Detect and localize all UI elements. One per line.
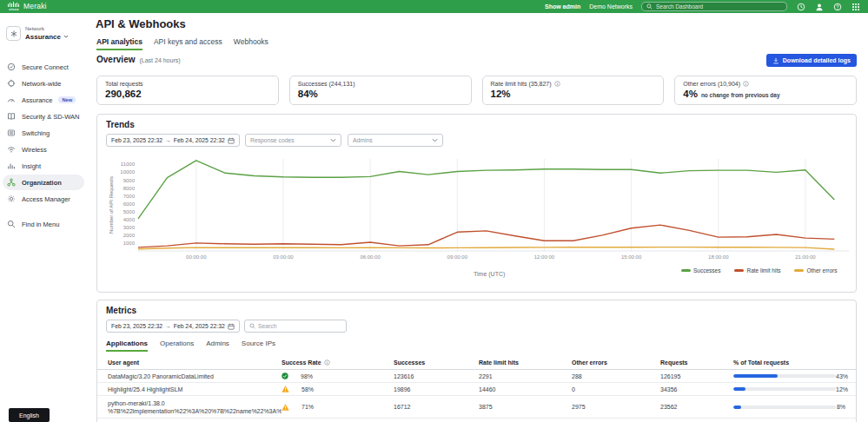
legend-successes[interactable]: Successes xyxy=(681,267,720,274)
tab-api-keys-and-access[interactable]: API keys and access xyxy=(154,37,222,50)
demo-networks-link[interactable]: Demo Networks xyxy=(589,3,633,10)
card-value: 4% xyxy=(683,89,698,99)
table-row: DataMagic/3.20 PanoramicDataLimited98%12… xyxy=(97,370,856,383)
legend-swatch xyxy=(681,269,691,272)
svg-text:12:00:00: 12:00:00 xyxy=(534,254,555,260)
sidebar-item-assurance[interactable]: AssuranceNew xyxy=(3,92,84,108)
network-selector-kicker: Network xyxy=(25,26,69,33)
table-row: Highlight/25.4 HighlightSLM58%1989614460… xyxy=(97,383,856,396)
svg-text:11000: 11000 xyxy=(121,162,136,167)
metrics-title: Metrics xyxy=(106,306,136,315)
sidebar-item-label: Switching xyxy=(22,129,50,137)
svg-text:10000: 10000 xyxy=(120,169,135,175)
chart-x-axis-title: Time (UTC) xyxy=(474,271,505,277)
sidebar: Network Assurance Secure ConnectNetwork-… xyxy=(0,13,87,422)
apps-grid-icon[interactable] xyxy=(851,2,860,11)
pct-bar-fill xyxy=(733,406,741,409)
legend-label: Other errors xyxy=(806,267,837,274)
column-header-user-agent: User agent xyxy=(108,359,282,366)
column-header-requests: Requests xyxy=(660,359,733,366)
pct-bar-track xyxy=(733,374,836,378)
pct-bar-track xyxy=(733,387,836,391)
metrics-search[interactable] xyxy=(244,320,347,333)
cell-pct-of-total: 8% xyxy=(733,404,845,410)
chevron-down-icon xyxy=(330,138,336,142)
tab-webhooks[interactable]: Webhooks xyxy=(234,37,268,50)
sidebar-item-security-sd-wan[interactable]: Security & SD-WAN xyxy=(3,109,84,124)
meraki-logo[interactable]: cisco Meraki xyxy=(8,2,47,11)
overview-title: Overview xyxy=(96,55,135,64)
whats-new-icon[interactable] xyxy=(796,2,805,11)
cell-rate-limit-hits: 14460 xyxy=(479,386,572,392)
column-header-other-errors: Other errors xyxy=(572,359,660,366)
sidebar-item-wireless[interactable]: Wireless xyxy=(3,142,84,157)
metrics-tab-operations[interactable]: Operations xyxy=(160,340,194,352)
metrics-tab-admins[interactable]: Admins xyxy=(206,340,229,352)
trends-date-range[interactable]: Feb 23, 2025 22:32 → Feb 24, 2025 22:32 xyxy=(106,134,240,147)
find-in-menu-icon xyxy=(7,220,16,228)
chevron-down-icon xyxy=(63,35,69,38)
legend-other-errors[interactable]: Other errors xyxy=(794,267,837,274)
metrics-search-input[interactable] xyxy=(258,323,341,329)
show-admin-link[interactable]: Show admin xyxy=(545,3,580,10)
table-header-row: User agentSuccess RateSuccessesRate limi… xyxy=(97,355,856,370)
column-header-successes: Successes xyxy=(394,359,479,366)
success-check-icon xyxy=(282,373,288,379)
meraki-wordmark: Meraki xyxy=(23,2,47,11)
find-in-menu[interactable]: Find in Menu xyxy=(3,216,84,232)
sidebar-item-secure-connect[interactable]: Secure Connect xyxy=(3,59,84,75)
svg-text:3000: 3000 xyxy=(123,225,136,230)
topbar-right: Show admin Demo Networks xyxy=(545,2,860,11)
sidebar-item-access-manager[interactable]: Access Manager xyxy=(3,191,84,207)
cell-requests: 34356 xyxy=(660,386,733,392)
date-from: Feb 23, 2025 22:32 xyxy=(111,323,162,329)
download-logs-button[interactable]: Download detailed logs xyxy=(766,54,857,67)
info-icon[interactable] xyxy=(554,81,560,87)
card-rate-limit-hits: Rate limit hits (35,827)12% xyxy=(482,76,665,105)
svg-text:9000: 9000 xyxy=(123,178,136,183)
metrics-date-range[interactable]: Feb 23, 2025 22:32 → Feb 24, 2025 22:32 xyxy=(106,320,240,333)
pct-bar-track xyxy=(733,406,836,409)
cell-successes: 16712 xyxy=(394,404,479,410)
svg-text:6000: 6000 xyxy=(123,201,136,207)
calendar-icon xyxy=(228,323,235,330)
cisco-wordmark: cisco xyxy=(9,8,19,11)
response-codes-select[interactable]: Response codes xyxy=(245,134,341,147)
svg-text:06:00:00: 06:00:00 xyxy=(360,254,381,260)
help-icon[interactable] xyxy=(832,2,842,11)
info-icon[interactable] xyxy=(324,359,330,366)
legend-rate-limit-hits[interactable]: Rate limit hits xyxy=(734,267,780,274)
dashboard-search-input[interactable] xyxy=(656,3,782,10)
date-from: Feb 23, 2025 22:32 xyxy=(111,137,162,143)
pct-label: 12% xyxy=(836,386,848,392)
trends-title: Trends xyxy=(106,120,135,129)
dashboard-search[interactable] xyxy=(641,2,787,11)
switching-icon xyxy=(7,129,16,137)
svg-text:18:00:00: 18:00:00 xyxy=(708,254,729,260)
sidebar-item-label: Assurance xyxy=(22,96,52,104)
network-selector[interactable]: Network Assurance xyxy=(6,26,69,41)
sidebar-item-network-wide[interactable]: Network-wide xyxy=(3,76,84,91)
language-button[interactable]: English xyxy=(9,408,50,422)
sidebar-item-organization[interactable]: Organization xyxy=(3,175,84,190)
account-icon[interactable] xyxy=(814,2,824,11)
metrics-tab-source-ips[interactable]: Source IPs xyxy=(242,340,275,352)
cell-other-errors: 0 xyxy=(572,386,660,392)
svg-text:09:00:00: 09:00:00 xyxy=(447,254,468,260)
sidebar-item-label: Wireless xyxy=(22,146,47,154)
network-wide-icon xyxy=(7,79,16,88)
cell-pct-of-total: 43% xyxy=(733,373,848,379)
organization-icon xyxy=(7,178,16,187)
trends-chart: 1000200030004000500060007000800090001000… xyxy=(103,154,858,260)
cell-other-errors: 2975 xyxy=(572,404,660,410)
new-badge: New xyxy=(58,96,76,104)
metrics-tab-applications[interactable]: Applications xyxy=(106,340,148,352)
info-icon[interactable] xyxy=(743,81,749,87)
card-value: 290,862 xyxy=(105,89,142,99)
admins-select[interactable]: Admins xyxy=(348,134,443,147)
sidebar-item-insight[interactable]: Insight xyxy=(3,158,84,174)
sidebar-item-label: Organization xyxy=(22,179,62,187)
sidebar-item-switching[interactable]: Switching xyxy=(3,125,84,141)
tab-api-analytics[interactable]: API analytics xyxy=(96,37,142,50)
sidebar-item-label: Insight xyxy=(22,162,41,170)
